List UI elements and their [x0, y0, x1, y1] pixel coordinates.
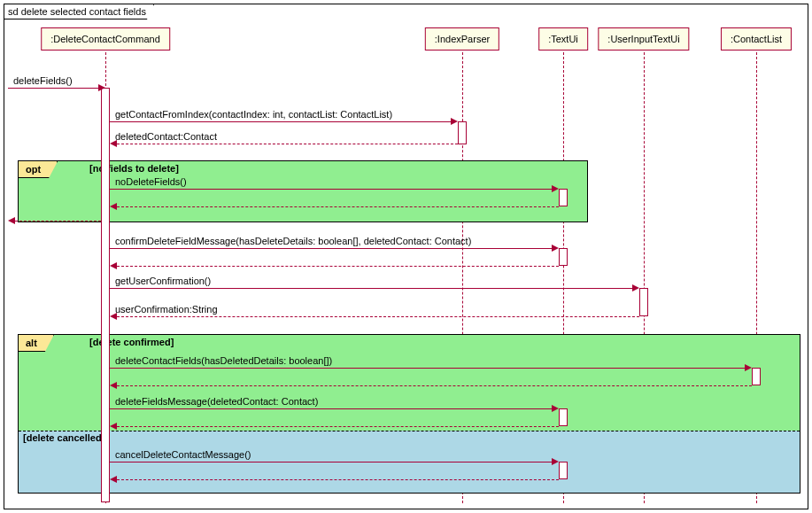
activation-bar: [559, 408, 568, 426]
activation-bar: [559, 248, 568, 266]
diagram-title: sd delete selected contact fields: [4, 4, 154, 19]
activation-bar: [752, 368, 761, 385]
fragment-alt-separator: [19, 431, 800, 431]
message-label: deleteFields(): [12, 75, 74, 86]
message-return: [110, 375, 752, 389]
activation-bar: [458, 121, 467, 144]
message-return-user-confirmation: userConfirmation:String: [110, 306, 639, 320]
participant-user-input-text-ui: :UserInputTextUi: [598, 27, 689, 51]
message-label: deleteFieldsMessage(deletedContact: Cont…: [113, 396, 320, 407]
message-delete-contact-fields: deleteContactFields(hasDeletedDetails: b…: [110, 357, 752, 371]
message-return: [110, 469, 559, 483]
activation-bar: [559, 462, 568, 479]
participant-index-parser: :IndexParser: [425, 27, 499, 51]
message-get-contact-from-index: getContactFromIndex(contactIndex: int, c…: [110, 111, 458, 125]
fragment-opt-label: opt: [19, 161, 58, 178]
message-label: getContactFromIndex(contactIndex: int, c…: [113, 109, 394, 120]
message-return: [110, 196, 559, 210]
message-delete-fields-message: deleteFieldsMessage(deletedContact: Cont…: [110, 398, 559, 412]
fragment-alt-guard-2: [delete cancelled]: [23, 432, 104, 443]
message-label: cancelDeleteContactMessage(): [113, 449, 252, 460]
message-label: deletedContact:Contact: [113, 131, 219, 142]
message-label: deleteContactFields(hasDeletedDetails: b…: [113, 355, 334, 366]
activation-bar: [559, 189, 568, 206]
message-return: [110, 416, 559, 430]
message-return-deleted-contact: deletedContact:Contact: [110, 133, 458, 147]
message-confirm-delete-field: confirmDeleteFieldMessage(hasDeleteDetai…: [110, 237, 559, 252]
participant-text-ui: :TextUi: [538, 27, 588, 51]
message-label: userConfirmation:String: [113, 304, 220, 315]
activation-bar: [101, 88, 110, 502]
message-return-external: [8, 210, 101, 224]
message-label: noDeleteFields(): [113, 176, 189, 187]
message-cancel-delete: cancelDeleteContactMessage(): [110, 451, 559, 465]
message-label: getUserConfirmation(): [113, 276, 213, 286]
message-delete-fields: deleteFields(): [8, 77, 105, 91]
message-return: [110, 255, 559, 269]
sequence-diagram-frame: sd delete selected contact fields :Delet…: [4, 4, 808, 509]
participant-contact-list: :ContactList: [721, 27, 792, 51]
message-get-user-confirmation: getUserConfirmation(): [110, 277, 639, 291]
message-label: confirmDeleteFieldMessage(hasDeleteDetai…: [113, 236, 473, 246]
activation-bar: [639, 288, 648, 316]
message-no-delete-fields: noDeleteFields(): [110, 178, 559, 192]
participant-delete-contact-command: :DeleteContactCommand: [41, 27, 170, 51]
